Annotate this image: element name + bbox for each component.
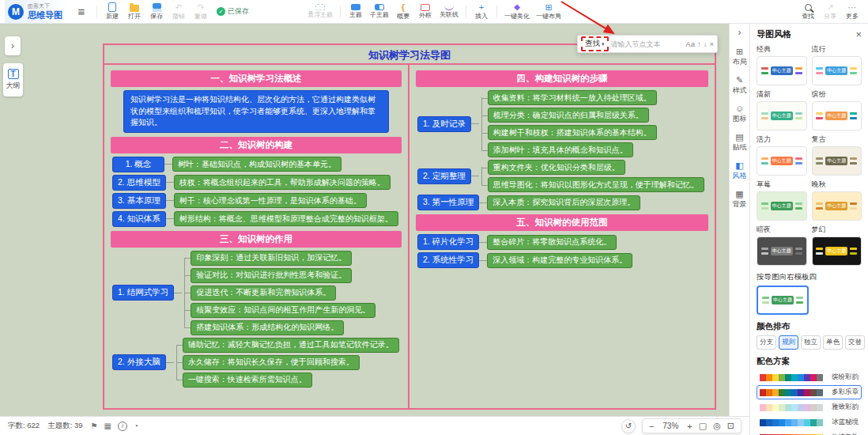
topic-node[interactable]: 1. 碎片化学习	[417, 234, 479, 250]
section-header-node[interactable]: 二、知识树的构建	[111, 137, 402, 153]
topic-node[interactable]: 1. 结网式学习	[112, 285, 174, 301]
subtopic-node[interactable]: 树形结构：将概念、思维模型和原理整合成完整的知识框架。	[174, 211, 398, 226]
subtopic-node[interactable]: 树干：核心理念或第一性原理，是知识体系的基础。	[174, 193, 367, 208]
fit-screen-icon[interactable]: ▢	[699, 421, 707, 431]
boundary-button[interactable]: 外框	[414, 1, 436, 23]
left-panel-expand-button[interactable]: ›	[5, 36, 21, 55]
topic-node[interactable]: 2. 系统性学习	[417, 252, 479, 268]
subtopic-node[interactable]: 梳理分类：确定知识点的归属和层级关系。	[488, 108, 649, 123]
subtopic-node[interactable]: 辅助记忆：减轻大脑记忆负担，通过工具如笔记软件记录。	[183, 338, 399, 353]
color-scheme-row[interactable]: 缤纷彩韵	[757, 370, 862, 384]
share-button[interactable]: ↗分享	[819, 1, 841, 23]
color-scheme-row[interactable]: 热情奔放	[757, 430, 862, 435]
theme-card[interactable]: 复古 中心主题	[812, 134, 862, 176]
search-input[interactable]	[611, 40, 684, 48]
layout-option-branch[interactable]: 分支	[757, 335, 776, 350]
topic-button[interactable]: 主题	[345, 1, 367, 23]
match-case-toggle[interactable]: Aa	[685, 40, 695, 48]
topic-node[interactable]: 2. 外接大脑	[112, 354, 166, 370]
section-header-node[interactable]: 一、知识树学习法概述	[111, 70, 402, 87]
rail-item-layout[interactable]: ⊞布局	[730, 44, 749, 71]
redo-button[interactable]: ↷重做	[190, 1, 212, 23]
flag-icon[interactable]: ⚑	[91, 422, 98, 430]
section-header-node[interactable]: 五、知识树的使用范围	[416, 214, 708, 231]
rail-item-stickers[interactable]: ▤贴纸	[730, 129, 749, 157]
find-button[interactable]: 查找	[797, 1, 819, 23]
zoom-in-button[interactable]: +	[687, 422, 692, 431]
summary-button[interactable]: {概要	[392, 1, 414, 23]
section-header-node[interactable]: 三、知识树的作用	[111, 231, 402, 248]
topic-node[interactable]: 2. 定期整理	[417, 168, 471, 184]
theme-card[interactable]: 清新 中心主题	[757, 89, 807, 130]
panel-collapse-button[interactable]: ›	[738, 27, 742, 38]
theme-card[interactable]: 流行 中心主题	[812, 44, 862, 85]
section-header-node[interactable]: 四、构建知识树的步骤	[416, 70, 708, 87]
reset-view-button[interactable]: ↺	[621, 419, 636, 433]
theme-card[interactable]: 缤纷 中心主题	[812, 89, 862, 130]
subtopic-node[interactable]: 永久储存：将知识长久保存，便于回顾和搜索。	[183, 355, 360, 370]
search-mode-dropdown[interactable]: 查找 ▾	[581, 36, 609, 51]
color-scheme-row[interactable]: 雅致彩韵	[757, 400, 862, 414]
info-icon[interactable]: i	[118, 422, 127, 431]
outline-button[interactable]: T 大纲	[3, 63, 23, 96]
color-scheme-row[interactable]: 冰蓝秘境	[757, 415, 862, 429]
topic-node[interactable]: 4. 知识体系	[112, 211, 166, 227]
map-canvas[interactable]: › T 大纲 查找 ▾ Aa ↑ ↓ × 知识树学习法导图 一、知识树学习法概述…	[0, 24, 729, 416]
rail-item-theme-style[interactable]: ◧风格	[730, 157, 749, 185]
subtopic-node[interactable]: 整合碎片：将零散知识点系统化。	[487, 235, 617, 250]
layout-option-alternate[interactable]: 交替	[845, 335, 865, 350]
topic-node[interactable]: 2. 思维模型	[112, 175, 166, 191]
layout-option-mono[interactable]: 单色	[823, 335, 843, 350]
subtopic-node[interactable]: 核聚变效应：知识点间的相互作用产生新的洞见。	[191, 303, 376, 318]
subtopic-node[interactable]: 促进迭代：不断更新和完善知识体系。	[191, 286, 336, 301]
subtopic-node[interactable]: 深入本质：探究知识背后的深层次原理。	[487, 195, 640, 210]
close-panel-button[interactable]: ×	[855, 29, 862, 40]
open-button[interactable]: 打开	[123, 1, 145, 23]
fullscreen-icon[interactable]: ⊡	[727, 421, 734, 431]
new-button[interactable]: 新建	[101, 1, 123, 23]
theme-card[interactable]: 草莓 中心主题	[757, 180, 807, 221]
subtopic-node[interactable]: 添加树叶：填充具体的概念和知识点。	[488, 142, 633, 157]
topic-node[interactable]: 3. 基本原理	[112, 193, 166, 209]
topic-node[interactable]: 3. 第一性原理	[417, 195, 479, 210]
zoom-out-button[interactable]: −	[649, 422, 654, 431]
floating-topic-button[interactable]: 悬浮主题	[304, 1, 336, 23]
auto-layout-button[interactable]: ⊞一键布局	[533, 1, 564, 23]
save-button[interactable]: 保存	[145, 1, 168, 23]
menu-button[interactable]: ≡	[70, 1, 92, 23]
subtopic-button[interactable]: 子主题	[367, 1, 392, 23]
more-button[interactable]: ⋯更多	[841, 1, 863, 23]
relation-line-button[interactable]: 关联线	[436, 1, 462, 23]
locate-center-icon[interactable]: ◎	[713, 421, 721, 431]
theme-card[interactable]: 晚秋 中心主题	[812, 180, 862, 221]
theme-card[interactable]: 活力 中心主题	[757, 134, 807, 176]
beautify-button[interactable]: ◆一键美化	[501, 1, 533, 23]
subtopic-node[interactable]: 深入领域：构建完整的专业知识体系。	[487, 253, 632, 268]
brand[interactable]: M 图形天下 思维导图	[5, 0, 70, 23]
theme-card[interactable]: 暗夜 中心主题	[757, 225, 807, 266]
subtopic-node[interactable]: 思维导图化：将知识以图形化方式呈现，便于理解和记忆。	[488, 177, 704, 192]
find-next-button[interactable]: ↓	[704, 40, 708, 48]
theme-card[interactable]: 梦幻 中心主题	[812, 225, 862, 266]
selected-template-card[interactable]: 中心主题	[757, 286, 809, 315]
subtopic-node[interactable]: 重构文件夹：优化知识分类和层级。	[488, 160, 625, 175]
find-previous-button[interactable]: ↑	[697, 40, 701, 48]
undo-button[interactable]: ↶撤销	[168, 1, 190, 23]
intro-node[interactable]: 知识树学习法是一种将知识结构化、层次化的方法，它通过构建类似树状的模型来组织和梳…	[123, 90, 389, 133]
color-scheme-row-selected[interactable]: 多彩乐章	[757, 385, 862, 399]
subtopic-node[interactable]: 构建树干和枝杈：搭建知识体系的基本结构。	[488, 125, 657, 140]
theme-card[interactable]: 经典 中心主题	[757, 44, 807, 85]
topic-node[interactable]: 1. 及时记录	[417, 116, 471, 132]
close-search-button[interactable]: ×	[709, 40, 714, 48]
subtopic-node[interactable]: 树叶：基础知识点，构成知识树的基本单元。	[172, 157, 342, 172]
subtopic-node[interactable]: 收集资料：将学习材料统一放入待处理区域。	[488, 90, 657, 105]
clock-icon[interactable]: ◔	[134, 422, 138, 430]
layout-option-independent[interactable]: 独立	[801, 335, 821, 350]
insert-button[interactable]: +插入	[470, 1, 492, 23]
rail-item-background[interactable]: ▦背景	[730, 186, 749, 214]
subtopic-node[interactable]: 一键搜索：快速检索所需知识点。	[183, 373, 312, 388]
subtopic-node[interactable]: 验证对比：对知识进行批判性思考和验证。	[191, 268, 352, 283]
subtopic-node[interactable]: 搭建知识体系：形成结构化的知识网络。	[191, 320, 344, 335]
subtopic-node[interactable]: 枝杈：将概念组织起来的工具，帮助形成解决问题的策略。	[174, 175, 391, 190]
topic-node[interactable]: 1. 概念	[112, 157, 164, 172]
